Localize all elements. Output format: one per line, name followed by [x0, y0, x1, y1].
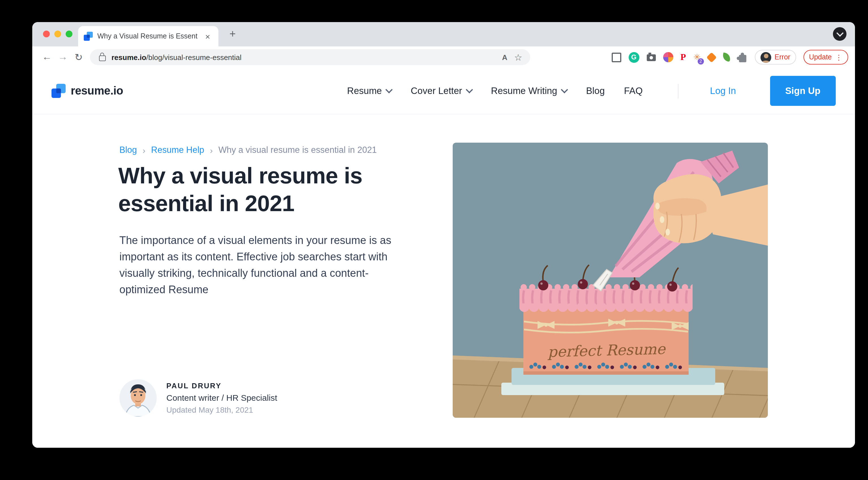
browser-toolbar: ← → ↻ resume.io/blog/visual-resume-essen… [32, 47, 855, 68]
logo-text: resume.io [71, 84, 123, 97]
tab-search-button[interactable] [833, 27, 846, 41]
main-nav: Resume Cover Letter Resume Writing Blog [347, 76, 836, 106]
login-link[interactable]: Log In [710, 86, 736, 96]
extensions-puzzle-icon[interactable] [739, 55, 746, 62]
breadcrumb: Blog › Resume Help › Why a visual resume… [119, 145, 377, 155]
author-role: Content writer / HR Specialist [166, 393, 277, 402]
snowflake-extension-icon[interactable]: ✳2 [693, 52, 701, 62]
profile-avatar [761, 52, 771, 63]
sync-error-label: Error [775, 53, 790, 61]
page-title: Why a visual resume is essential in 2021 [118, 162, 401, 217]
update-label: Update [809, 53, 832, 61]
screen: Why a Visual Resume is Essent × + ← → ↻ … [0, 0, 868, 480]
update-chrome-button[interactable]: Update ⋮ [803, 50, 848, 64]
nav-label: Blog [586, 86, 605, 96]
nav-item-resume[interactable]: Resume [347, 86, 392, 96]
article-hero: Blog › Resume Help › Why a visual resume… [32, 114, 855, 448]
back-button[interactable]: ← [39, 52, 55, 63]
hero-illustration: perfect Resume [453, 143, 768, 418]
forward-button[interactable]: → [55, 52, 71, 63]
cake-illustration: perfect Resume [453, 143, 768, 418]
metamask-fox-extension-icon[interactable] [706, 52, 717, 63]
author-avatar [119, 379, 157, 417]
author-name: PAUL DRURY [166, 382, 277, 390]
address-bar[interactable]: resume.io/blog/visual-resume-essential A… [90, 49, 530, 65]
article-updated-date: Updated May 18th, 2021 [166, 405, 277, 414]
url-domain: resume.io [112, 53, 146, 61]
nav-label: Resume Writing [491, 86, 557, 96]
author-block: PAUL DRURY Content writer / HR Specialis… [119, 379, 277, 417]
screenshot-extension-icon[interactable] [611, 52, 621, 62]
chevron-down-icon [836, 29, 843, 36]
url-path: /blog/visual-resume-essential [146, 53, 242, 61]
breadcrumb-separator-icon: › [210, 145, 213, 155]
nav-item-blog[interactable]: Blog [586, 86, 605, 96]
colorful-extension-icon[interactable] [663, 52, 673, 62]
kebab-menu-icon: ⋮ [835, 53, 842, 61]
signup-button[interactable]: Sign Up [770, 76, 836, 106]
extension-badge: 2 [698, 58, 704, 64]
new-tab-button[interactable]: + [226, 27, 239, 41]
breadcrumb-separator-icon: › [143, 145, 146, 155]
author-meta: PAUL DRURY Content writer / HR Specialis… [166, 382, 277, 414]
breadcrumb-resume-help-link[interactable]: Resume Help [151, 145, 204, 155]
close-window-button[interactable] [43, 31, 50, 37]
profile-error-button[interactable]: Error [755, 50, 796, 64]
tab-favicon [84, 32, 93, 41]
cake-script-text: perfect Resume [547, 340, 666, 360]
camera-extension-icon[interactable] [647, 54, 655, 61]
zoom-window-button[interactable] [66, 31, 72, 37]
nav-label: FAQ [624, 86, 643, 96]
breadcrumb-current: Why a visual resume is essential in 2021 [218, 145, 377, 155]
webpage: resume.io Resume Cover Letter Resume Wri… [32, 68, 855, 448]
reload-button[interactable]: ↻ [71, 51, 87, 63]
chevron-down-icon [561, 86, 568, 93]
nav-item-resume-writing[interactable]: Resume Writing [491, 86, 567, 96]
tab-close-icon[interactable]: × [203, 31, 213, 41]
breadcrumb-blog-link[interactable]: Blog [119, 145, 137, 155]
pinterest-extension-icon[interactable]: P [680, 52, 686, 62]
browser-window: Why a Visual Resume is Essent × + ← → ↻ … [32, 22, 855, 448]
green-extension-icon[interactable] [722, 52, 731, 62]
nav-label: Cover Letter [411, 86, 462, 96]
lock-icon[interactable] [99, 55, 106, 61]
url-text: resume.io/blog/visual-resume-essential [112, 53, 242, 61]
chevron-down-icon [385, 86, 393, 93]
nav-item-cover-letter[interactable]: Cover Letter [411, 86, 472, 96]
minimize-window-button[interactable] [54, 31, 61, 37]
grammarly-extension-icon[interactable]: G [628, 52, 639, 63]
site-header: resume.io Resume Cover Letter Resume Wri… [32, 68, 855, 114]
extensions-row: G P ✳2 Error Update ⋮ [611, 50, 848, 64]
tab-strip: Why a Visual Resume is Essent × + [32, 22, 855, 47]
logo-icon [52, 84, 66, 98]
tab-title: Why a Visual Resume is Essent [97, 32, 203, 40]
traffic-lights [43, 31, 72, 37]
translate-icon[interactable]: A [502, 53, 507, 61]
article-lede: The importance of a visual elements in y… [119, 232, 411, 298]
header-divider [678, 84, 678, 98]
nav-item-faq[interactable]: FAQ [624, 86, 643, 96]
chevron-down-icon [466, 86, 473, 93]
nav-label: Resume [347, 86, 382, 96]
resume-io-logo[interactable]: resume.io [52, 84, 123, 98]
browser-tab[interactable]: Why a Visual Resume is Essent × [78, 26, 218, 47]
bookmark-star-icon[interactable]: ☆ [514, 52, 522, 63]
